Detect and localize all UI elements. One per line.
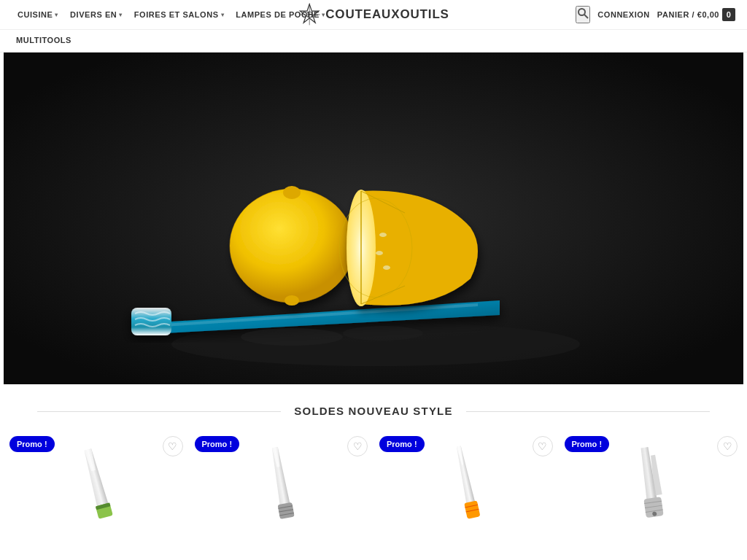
nav-item-foires[interactable]: FOIRES ET SALONS ▾ — [128, 6, 230, 23]
knife-image-2 — [252, 441, 310, 521]
promo-badge: Promo ! — [565, 436, 610, 452]
search-button[interactable] — [576, 6, 590, 23]
svg-marker-27 — [84, 448, 96, 472]
svg-point-13 — [283, 186, 301, 199]
heart-icon: ♡ — [168, 440, 177, 452]
cart-button[interactable]: PANIER / €0,00 0 — [657, 8, 735, 21]
nav-row-2: MULTITOOLS — [0, 30, 747, 52]
svg-point-21 — [379, 233, 387, 237]
wishlist-button[interactable]: ♡ — [347, 436, 368, 456]
nav-left: CUISINE ▾ DIVERS EN ▾ FOIRES ET SALONS ▾… — [12, 6, 330, 23]
svg-marker-36 — [454, 446, 475, 505]
wishlist-button[interactable]: ♡ — [533, 436, 553, 456]
site-header: CUISINE ▾ DIVERS EN ▾ FOIRES ET SALONS ▾… — [0, 0, 747, 30]
svg-marker-26 — [82, 448, 108, 507]
nav-item-multitools[interactable]: MULTITOOLS — [12, 33, 76, 47]
svg-point-12 — [230, 189, 354, 303]
products-grid: Promo ! ♡ — [0, 430, 747, 538]
hero-banner — [4, 52, 743, 384]
wishlist-button[interactable]: ♡ — [163, 436, 183, 456]
cart-count: 0 — [722, 8, 735, 21]
svg-marker-30 — [270, 446, 290, 505]
section-title-wrap: SOLDES NOUVEAU STYLE — [0, 405, 747, 417]
chevron-down-icon: ▾ — [55, 12, 58, 18]
svg-point-24 — [241, 328, 343, 346]
product-card: Promo ! ♡ — [189, 430, 374, 538]
connexion-link[interactable]: CONNEXION — [597, 10, 650, 19]
heart-icon: ♡ — [353, 440, 363, 452]
logo-text: COUTEAUXOUTILS — [325, 7, 449, 22]
svg-line-5 — [584, 15, 588, 18]
product-card: Promo ! ♡ — [374, 430, 559, 538]
hero-svg — [4, 52, 743, 384]
product-card: Promo ! ♡ — [559, 430, 744, 538]
svg-point-23 — [383, 265, 390, 270]
svg-rect-38 — [464, 500, 480, 518]
knife-image-4 — [618, 441, 684, 521]
logo-icon — [298, 3, 321, 26]
nav-item-divers[interactable]: DIVERS EN ▾ — [64, 6, 128, 23]
hero-image — [4, 52, 743, 384]
knife-image-1 — [67, 441, 125, 521]
heart-icon: ♡ — [723, 440, 732, 452]
site-logo[interactable]: COUTEAUXOUTILS — [298, 3, 449, 26]
promo-badge: Promo ! — [379, 436, 425, 452]
svg-point-25 — [343, 326, 423, 341]
wishlist-button[interactable]: ♡ — [717, 436, 738, 456]
promo-badge: Promo ! — [9, 436, 55, 452]
svg-point-4 — [578, 9, 585, 15]
chevron-down-icon: ▾ — [221, 12, 225, 18]
product-card: Promo ! ♡ — [4, 430, 189, 538]
heart-icon: ♡ — [538, 440, 547, 452]
svg-point-14 — [285, 295, 299, 306]
knife-image-3 — [437, 441, 495, 521]
nav-right: CONNEXION PANIER / €0,00 0 — [576, 6, 735, 23]
section-title: SOLDES NOUVEAU STYLE — [281, 405, 465, 417]
svg-point-22 — [376, 251, 383, 255]
chevron-down-icon: ▾ — [119, 12, 123, 18]
promo-badge: Promo ! — [195, 436, 240, 452]
nav-item-cuisine[interactable]: CUISINE ▾ — [12, 6, 64, 23]
search-icon — [577, 7, 589, 19]
